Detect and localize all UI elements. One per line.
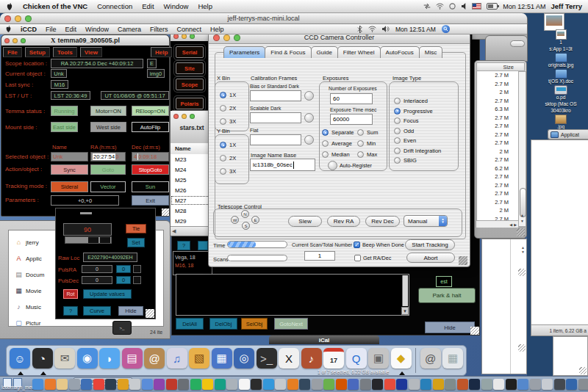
horizontal-scrollbar[interactable]: ◀ (171, 226, 213, 236)
star-list-item[interactable]: M26 (171, 185, 213, 195)
pulsra-checkbox[interactable] (133, 265, 141, 273)
wifi-icon[interactable] (436, 3, 444, 10)
temma-status-button[interactable]: Running (51, 106, 78, 116)
host-dock-icon[interactable] (493, 379, 504, 390)
host-dock-icon[interactable] (420, 379, 431, 390)
iphoto-icon[interactable]: ▧ (189, 348, 209, 369)
zoom-button[interactable] (190, 34, 195, 39)
minimize-button[interactable] (182, 114, 187, 119)
panel-button[interactable]: GotoNext (274, 318, 308, 330)
remote-clock[interactable]: Mon 12:51 AM (395, 26, 436, 33)
direction-button-s[interactable]: S (242, 222, 250, 230)
bluetooth-icon[interactable] (357, 26, 362, 33)
object-list[interactable]: Vega, 18 M16, 18 (173, 251, 212, 275)
mail-icon[interactable]: ✉ (54, 348, 75, 369)
terminal-icon[interactable]: >_ (257, 348, 277, 369)
radio-button[interactable] (394, 98, 401, 104)
resize-grip[interactable] (518, 344, 526, 352)
pulsdec-field[interactable]: 0 (82, 276, 112, 284)
start-tracking-button[interactable]: Start Tracking (405, 239, 455, 250)
zoom-button[interactable] (190, 114, 195, 119)
file-list-item[interactable]: 2.7 M (477, 97, 519, 106)
host-dock-icon[interactable] (287, 379, 298, 390)
address-book-icon[interactable]: @ (144, 348, 165, 369)
menu-item[interactable]: Edit (65, 26, 77, 33)
tracking-mode-button[interactable]: Vector (90, 181, 126, 192)
host-dock-icon[interactable] (578, 379, 588, 390)
radio-button[interactable] (394, 137, 401, 144)
host-dock-icon[interactable] (93, 379, 104, 390)
host-dock-icon[interactable] (506, 379, 517, 390)
tab-guide[interactable]: Guide (311, 46, 338, 58)
radio-option[interactable]: Even (394, 136, 441, 146)
terminal-icon[interactable]: >_ (112, 321, 132, 335)
vertical-scrollbar[interactable]: ▲ ▼ (518, 71, 526, 227)
parameters-field[interactable]: +0,+0 (51, 195, 119, 206)
host-dock-icon[interactable] (312, 379, 323, 390)
scan-number-field[interactable]: 1 (304, 251, 335, 261)
host-dock-icon[interactable] (142, 379, 153, 390)
file-list-item[interactable]: 2 M (477, 88, 519, 97)
scan-list-box[interactable]: ▼ (176, 274, 409, 316)
pulse-hide-button[interactable]: Hide (118, 306, 143, 316)
radio-button[interactable] (220, 142, 226, 148)
desktop-photo-icon[interactable] (544, 13, 564, 31)
tab-autofocus[interactable]: AutoFocus (380, 46, 420, 58)
selected-dec-field[interactable]: 40:09:18 (132, 152, 169, 161)
resize-grip[interactable] (146, 309, 154, 318)
radio-option[interactable]: 2X (220, 153, 236, 163)
idvd-icon[interactable]: ◎ (234, 348, 254, 369)
host-clock[interactable]: Mon 12:51 AM (503, 3, 545, 10)
panel-button[interactable]: SelObj (241, 318, 268, 330)
browse-button[interactable] (304, 113, 314, 123)
pulsdec-checkbox[interactable] (133, 276, 141, 284)
radio-button[interactable] (394, 157, 401, 164)
pulse-help-button[interactable]: ? (63, 306, 78, 316)
menu-item[interactable]: Help (198, 2, 212, 10)
quicktime-icon[interactable]: Q (346, 348, 367, 369)
temma-status-button[interactable]: Motor=ON (90, 106, 126, 116)
apple-icon[interactable] (6, 2, 13, 11)
finder-window-back2[interactable] (485, 35, 528, 62)
radio-button[interactable] (357, 140, 364, 147)
radio-button[interactable] (220, 168, 226, 175)
ical-window-titlebar[interactable]: iCal (269, 335, 379, 344)
applications-window-bar[interactable]: Applicat (548, 129, 588, 139)
resize-grip[interactable] (579, 367, 587, 374)
radio-button[interactable] (220, 155, 226, 161)
radio-option[interactable]: 1X (220, 90, 236, 100)
resize-grip[interactable] (459, 256, 467, 265)
browse-button[interactable] (304, 135, 314, 145)
host-dock-icon[interactable] (323, 379, 334, 390)
selected-ra-field[interactable]: 20:27:540 (90, 152, 126, 161)
column-header[interactable]: Name (171, 143, 213, 155)
tracking-mode-button[interactable]: Sun (132, 181, 169, 192)
desktop-icon[interactable]: o.pd (534, 85, 588, 100)
desktop-icon[interactable]: t(OS X).doc (534, 69, 588, 84)
panel-button-polaris[interactable]: Polaris (176, 98, 204, 109)
finder-icon[interactable]: ☺ (10, 348, 30, 369)
host-dock-icon[interactable] (105, 379, 116, 390)
host-dock-icon[interactable] (118, 379, 129, 390)
slew-button[interactable]: Slew (288, 216, 322, 227)
size-column-header[interactable]: Size (476, 62, 525, 71)
window-handle[interactable] (80, 212, 92, 214)
host-dock-icon[interactable] (166, 379, 177, 390)
menu-item[interactable]: Connect (177, 26, 202, 33)
desktop-icon[interactable]: s:App 1=3t (534, 46, 588, 51)
host-dock-icon[interactable] (32, 379, 43, 390)
host-dock-icon[interactable] (299, 379, 310, 390)
radio-option[interactable]: Sum (357, 128, 384, 137)
stamp-icon[interactable]: @ (420, 348, 441, 369)
star-list-item[interactable]: M28 (171, 206, 213, 216)
pulsdec-button[interactable]: 0 (116, 276, 131, 284)
star-list-item[interactable]: M24 (171, 164, 213, 175)
host-dock-icon[interactable] (517, 379, 528, 390)
desktop-icon[interactable]: originals.jpg (534, 53, 588, 68)
resize-grip[interactable] (162, 208, 169, 216)
slider-handle[interactable] (88, 237, 98, 243)
pulsra-button[interactable]: 0 (116, 265, 131, 273)
radio-option[interactable]: Average (322, 139, 357, 148)
itunes-icon[interactable]: ♫ (167, 348, 187, 369)
mode-dropdown[interactable]: Manual▲▼ (404, 215, 448, 227)
